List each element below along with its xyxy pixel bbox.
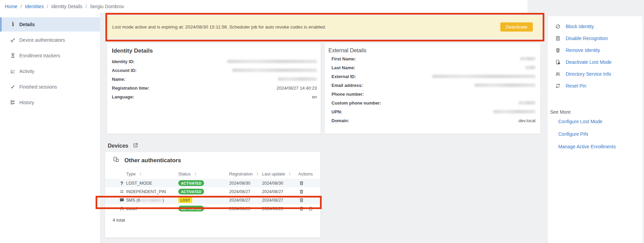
lock-icon[interactable] (307, 206, 314, 212)
devices-icon (113, 156, 119, 163)
column-header-type[interactable]: Type (126, 171, 178, 177)
authenticator-actions (298, 197, 316, 203)
sort-icon[interactable] (193, 171, 199, 177)
external-link-icon[interactable] (133, 142, 139, 148)
field-label: UPN: (331, 109, 342, 114)
action-link-label: Block Identity (566, 24, 594, 29)
trash-icon (555, 47, 561, 53)
external-field-upn: UPN: (328, 107, 536, 116)
column-header-registration[interactable]: Registration (229, 171, 262, 177)
breadcrumb-separator: / (85, 4, 87, 9)
sidebar-item-activity[interactable]: Activity (0, 64, 100, 78)
action-link-directory-service-info[interactable]: Directory Service Info (548, 68, 642, 80)
info-icon: i (10, 21, 16, 27)
person-icon (119, 206, 125, 212)
identity-details-title: Identity Details (112, 48, 317, 54)
field-label: Email address: (331, 83, 363, 88)
field-value: dev.local (519, 118, 536, 123)
authenticator-last-update-date: 2024/08/30 (262, 181, 298, 186)
field-label: External ID: (331, 74, 356, 79)
sidebar-item-enrollment-trackers[interactable]: Enrollment trackers (0, 49, 100, 63)
action-link-block-identity[interactable]: Block Identity (548, 20, 642, 32)
external-field-custom-phone-number: Custom phone number: (328, 98, 536, 107)
authenticator-status-cell: LOST (178, 197, 229, 203)
external-field-phone-number: Phone number: (328, 90, 536, 98)
redacted-value (475, 83, 536, 87)
sidebar-nav: iDetailsDevice authenticatorsEnrollment … (0, 17, 100, 110)
trash-icon[interactable] (298, 180, 304, 186)
column-header-label: Status (178, 171, 191, 176)
sort-icon[interactable] (254, 171, 260, 177)
column-header-status[interactable]: Status (178, 171, 229, 177)
authenticators-table-body: ?LOST_MODEACTIVATED2024/08/302024/08/30I… (105, 179, 320, 213)
reset-icon (555, 83, 561, 89)
identity-actions-panel: Block IdentityDisable RecognitionRemove … (548, 16, 642, 243)
sort-icon[interactable] (137, 171, 143, 177)
authenticator-registration-date: 2024/08/27 (229, 198, 262, 203)
deactivate-button[interactable]: Deactivate (500, 22, 533, 32)
see-more-heading: See More (548, 109, 642, 115)
authenticators-total: 4 total (105, 218, 320, 223)
devices-heading-label: Devices (108, 143, 128, 149)
action-link-reset-pin[interactable]: Reset Pin (548, 80, 642, 92)
breadcrumb-item-sergiu-dombrov: Sergiu Dombrov (90, 4, 124, 9)
authenticator-type: dwavf (126, 206, 178, 211)
external-details-card: External Details First Name:Last Name:Ex… (325, 43, 540, 134)
sidebar-item-label: Details (19, 22, 35, 27)
sidebar-item-label: Activity (19, 69, 34, 74)
external-field-domain: Domain:dev.local (328, 116, 536, 125)
action-link-label: Disable Recognition (566, 36, 608, 41)
field-label: Phone number: (331, 92, 364, 97)
field-label: Name: (112, 77, 125, 82)
action-link-remove-identity[interactable]: Remove Identity (548, 44, 642, 56)
sidebar-item-history[interactable]: History (0, 95, 100, 110)
identity-field-registration-time: Registration time:2024/08/27 14:40:23 (112, 83, 317, 92)
authenticator-row-dwavf[interactable]: dwavfACTIVATED2024/08/292024/08/29 (105, 204, 320, 213)
redacted-value (493, 110, 536, 113)
authenticators-table-header: TypeStatusRegistrationLast updateActions (105, 169, 320, 179)
sidebar-item-device-authenticators[interactable]: Device authenticators (0, 33, 100, 47)
field-label: Domain: (331, 118, 349, 123)
authenticator-type: SMS (6) (126, 198, 178, 203)
see-more-link-configure-pin[interactable]: Configure PIN (548, 131, 642, 137)
external-details-title: External Details (328, 48, 536, 54)
authenticator-registration-date: 2024/08/29 (229, 206, 262, 211)
authenticator-registration-date: 2024/08/30 (229, 181, 262, 186)
authenticator-row-independent-pin[interactable]: INDEPENDENT_PINACTIVATED2024/08/272024/0… (105, 187, 320, 196)
external-details-fields: First Name:Last Name:External ID:Email a… (328, 54, 536, 125)
trash-icon[interactable] (298, 189, 304, 195)
sidebar-item-finished-sessions[interactable]: ✓Finished sessions (0, 80, 100, 94)
devices-section-heading: Devices (108, 142, 139, 150)
authenticator-type: INDEPENDENT_PIN (126, 189, 178, 194)
column-header-label: Last update (262, 171, 285, 176)
authenticator-status-cell: ACTIVATED (178, 206, 229, 211)
field-value: 2024/08/27 14:40:23 (277, 86, 317, 91)
action-link-deactivate-lost-mode[interactable]: Deactivate Lost Mode (548, 56, 642, 68)
field-label: First Name: (331, 56, 356, 61)
sort-icon[interactable] (287, 171, 293, 177)
breadcrumb-item-identities[interactable]: Identities (25, 4, 44, 9)
authenticator-type: LOST_MODE (126, 181, 178, 186)
breadcrumb-item-home[interactable]: Home (5, 4, 17, 9)
identity-actions-list: Block IdentityDisable RecognitionRemove … (548, 20, 642, 92)
authenticator-row-sms-6[interactable]: SMS (6)LOST2024/08/272024/08/27 (105, 196, 320, 204)
authenticator-row-lost-mode[interactable]: ?LOST_MODEACTIVATED2024/08/302024/08/30 (105, 179, 320, 187)
trash-icon[interactable] (298, 197, 304, 203)
sidebar-item-label: Device authenticators (19, 37, 65, 43)
column-header-label: Registration (229, 171, 253, 176)
status-badge: LOST (178, 197, 192, 203)
identity-field-account-id: Account ID: (112, 66, 317, 75)
see-more-link-configure-lost-mode[interactable]: Configure Lost Mode (548, 119, 642, 124)
field-label: Custom phone number: (331, 100, 381, 106)
field-value: en (312, 94, 317, 99)
column-header-last-update[interactable]: Last update (262, 171, 298, 177)
authenticator-actions (298, 189, 316, 195)
see-more-link-manage-active-enrollments[interactable]: Manage Active Enrollments (548, 144, 642, 149)
redacted-value (278, 77, 317, 81)
column-header-label: Actions (298, 171, 313, 176)
trash-icon[interactable] (298, 206, 304, 212)
sidebar-item-details[interactable]: iDetails (0, 17, 100, 32)
status-badge: ACTIVATED (178, 189, 204, 194)
action-link-disable-recognition[interactable]: Disable Recognition (548, 32, 642, 44)
activity-chart-icon (10, 68, 16, 74)
